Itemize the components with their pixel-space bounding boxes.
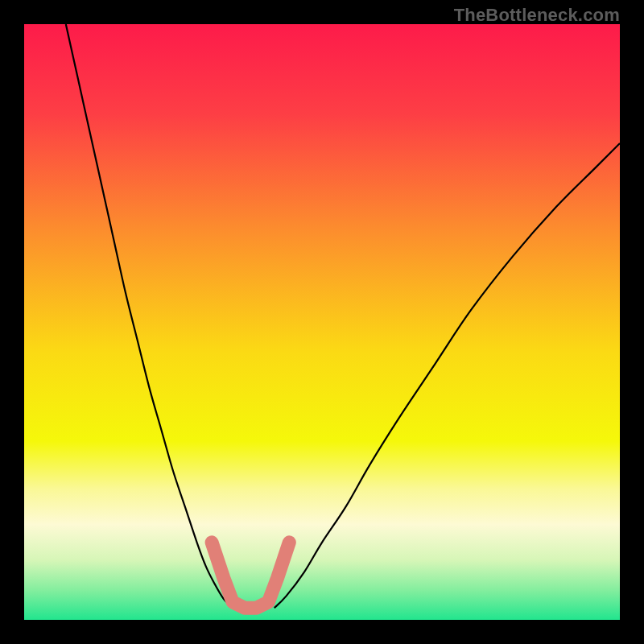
outer-frame: TheBottleneck.com [0,0,644,644]
plot-area [24,24,620,620]
left-curve [66,24,233,608]
right-curve [275,143,620,608]
watermark-text: TheBottleneck.com [454,5,620,26]
curves-layer [24,24,620,620]
